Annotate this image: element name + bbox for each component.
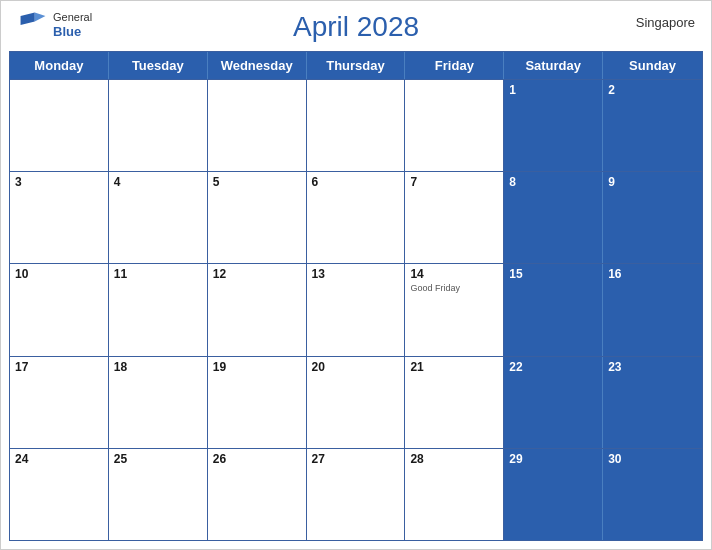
week-5: 24 25 26 27 28 29 30 — [10, 448, 702, 540]
day-header-sunday: Sunday — [603, 52, 702, 79]
cell-14: 14 Good Friday — [405, 264, 504, 355]
cell-25: 25 — [109, 449, 208, 540]
cell-10: 10 — [10, 264, 109, 355]
good-friday-label: Good Friday — [410, 283, 498, 294]
logo: General Blue — [17, 9, 92, 41]
cell-empty — [405, 80, 504, 171]
cell-28: 28 — [405, 449, 504, 540]
cell-3: 3 — [10, 172, 109, 263]
calendar-grid: Monday Tuesday Wednesday Thursday Friday… — [9, 51, 703, 541]
cell-4: 4 — [109, 172, 208, 263]
cell-2: 2 — [603, 80, 702, 171]
cell-30: 30 — [603, 449, 702, 540]
day-header-friday: Friday — [405, 52, 504, 79]
cell-21: 21 — [405, 357, 504, 448]
day-header-tuesday: Tuesday — [109, 52, 208, 79]
cell-6: 6 — [307, 172, 406, 263]
day-header-wednesday: Wednesday — [208, 52, 307, 79]
cell-1: 1 — [504, 80, 603, 171]
cell-7: 7 — [405, 172, 504, 263]
day-header-monday: Monday — [10, 52, 109, 79]
weeks-container: 1 2 3 4 5 6 — [10, 79, 702, 540]
cell-27: 27 — [307, 449, 406, 540]
cell-15: 15 — [504, 264, 603, 355]
cell-8: 8 — [504, 172, 603, 263]
week-1: 1 2 — [10, 79, 702, 171]
week-3: 10 11 12 13 14 Good Friday 15 — [10, 263, 702, 355]
cell-empty — [10, 80, 109, 171]
cell-5: 5 — [208, 172, 307, 263]
cell-empty — [208, 80, 307, 171]
week-4: 17 18 19 20 21 22 23 — [10, 356, 702, 448]
cell-20: 20 — [307, 357, 406, 448]
calendar-page: General Blue April 2028 Singapore Monday… — [0, 0, 712, 550]
cell-29: 29 — [504, 449, 603, 540]
cell-22: 22 — [504, 357, 603, 448]
calendar-title: April 2028 — [293, 11, 419, 43]
cell-24: 24 — [10, 449, 109, 540]
cell-11: 11 — [109, 264, 208, 355]
cell-empty — [307, 80, 406, 171]
cell-13: 13 — [307, 264, 406, 355]
cell-9: 9 — [603, 172, 702, 263]
country-label: Singapore — [636, 15, 695, 30]
cell-23: 23 — [603, 357, 702, 448]
logo-blue: Blue — [53, 24, 92, 40]
cell-16: 16 — [603, 264, 702, 355]
svg-marker-1 — [21, 13, 35, 25]
week-2: 3 4 5 6 7 8 9 — [10, 171, 702, 263]
cell-19: 19 — [208, 357, 307, 448]
logo-general: General — [53, 11, 92, 24]
cell-18: 18 — [109, 357, 208, 448]
day-header-saturday: Saturday — [504, 52, 603, 79]
cell-26: 26 — [208, 449, 307, 540]
cell-12: 12 — [208, 264, 307, 355]
cell-17: 17 — [10, 357, 109, 448]
svg-marker-2 — [35, 13, 46, 22]
header: General Blue April 2028 Singapore — [1, 1, 711, 47]
day-header-thursday: Thursday — [307, 52, 406, 79]
cell-empty — [109, 80, 208, 171]
day-headers-row: Monday Tuesday Wednesday Thursday Friday… — [10, 52, 702, 79]
